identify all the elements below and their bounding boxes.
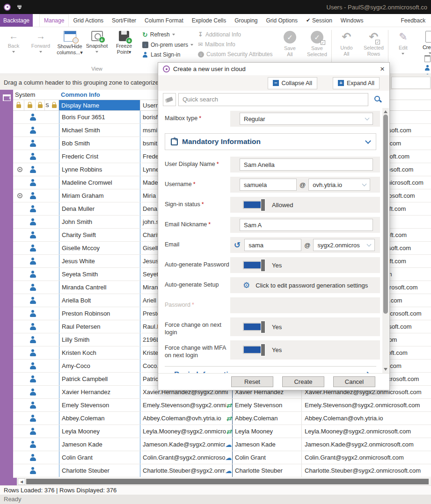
lock-column-header[interactable] bbox=[13, 100, 24, 110]
lock-column-header[interactable] bbox=[50, 100, 59, 110]
edit-button[interactable]: ✎Edit bbox=[389, 27, 416, 55]
toggle-switch[interactable] bbox=[243, 346, 263, 354]
dialog-scrollbar[interactable] bbox=[382, 108, 389, 373]
dialog-close-button[interactable]: × bbox=[380, 65, 385, 73]
display-name-cell: Jesus White bbox=[59, 255, 140, 267]
table-row[interactable]: Jameson KadeJameson.Kade@sygx2.onmicro☁J… bbox=[13, 438, 431, 451]
refresh-button[interactable]: ↻Refresh bbox=[142, 31, 193, 38]
tab-backstage[interactable]: Backstage bbox=[0, 14, 33, 27]
item-label: Mailbox Info bbox=[205, 41, 235, 48]
mandatory-information-section[interactable]: Mandatory Information bbox=[165, 133, 376, 150]
tab-explode-cells[interactable]: Explode Cells bbox=[188, 14, 230, 27]
create-button[interactable]: Create bbox=[282, 376, 324, 387]
person-icon bbox=[29, 454, 37, 461]
expand-all-button[interactable]: + Expand All bbox=[333, 77, 380, 89]
snapshot-button[interactable]: +Snapshot bbox=[83, 27, 110, 53]
selected-rows-button[interactable]: ↶✓SelectedRows bbox=[360, 27, 387, 57]
tab-grid-options[interactable]: Grid Options bbox=[262, 14, 302, 27]
save-selected-button[interactable]: ✓✓SaveSelected bbox=[303, 27, 330, 57]
scroll-left-arrow[interactable]: ◀ bbox=[18, 478, 25, 485]
display-name-cell: Preston Robinson bbox=[59, 307, 140, 320]
group-header-system[interactable]: System bbox=[13, 90, 59, 100]
table-row[interactable]: Emely StevensonEmely.Stevenson@sygx2.onm… bbox=[13, 399, 431, 412]
field-control: Sam A bbox=[230, 217, 380, 233]
snapshot-camera-icon: + bbox=[91, 31, 103, 41]
column-header-display-name[interactable]: Display Name bbox=[59, 100, 140, 110]
create-button[interactable]: +Create bbox=[416, 27, 431, 54]
text-input[interactable]: Sam A bbox=[240, 219, 373, 231]
local-part-input[interactable]: sama bbox=[244, 239, 301, 251]
toggle-switch[interactable] bbox=[243, 201, 263, 209]
toggle-switch[interactable] bbox=[243, 323, 263, 331]
field-row-force-change-with-mfa-on-next-login: Force change with MFA on next loginYes bbox=[165, 340, 383, 359]
undo-icon[interactable]: ↺ bbox=[234, 240, 241, 250]
user-type-cell bbox=[26, 268, 39, 281]
mailbox-type-select[interactable]: Regular bbox=[240, 113, 373, 125]
cancel-button[interactable]: Cancel bbox=[333, 376, 375, 387]
person-icon bbox=[29, 153, 37, 160]
person-icon bbox=[29, 467, 37, 474]
sync-icon: ⇄ bbox=[226, 428, 232, 435]
s-column-header[interactable]: S bbox=[45, 100, 50, 110]
grid-search-box[interactable] bbox=[391, 77, 431, 89]
additional-info-button[interactable]: ↧Additional Info bbox=[198, 31, 272, 38]
on-prem-users-button[interactable]: ↓On-prem users bbox=[142, 42, 193, 48]
tab-feedback[interactable]: Feedback bbox=[397, 14, 430, 27]
person-icon bbox=[29, 179, 37, 186]
back-button[interactable]: ← Back bbox=[0, 27, 27, 53]
quick-search-input[interactable] bbox=[178, 93, 368, 106]
dialog-logo-icon bbox=[163, 65, 170, 72]
toggle-switch[interactable] bbox=[243, 261, 263, 269]
lock-cells bbox=[39, 202, 59, 215]
search-button[interactable] bbox=[371, 93, 385, 106]
delete-user-icon[interactable] bbox=[424, 55, 431, 62]
username-cell: Emely.Stevenson@sygx2.onmic⇄ bbox=[140, 399, 233, 411]
gear-action-label[interactable]: Click to edit password generation settin… bbox=[256, 282, 368, 289]
tab-session[interactable]: ✔Session bbox=[302, 14, 336, 27]
show-hide-button[interactable]: Show/Hidecolumns...▾ bbox=[56, 27, 83, 55]
tab-windows[interactable]: Windows bbox=[336, 14, 368, 27]
freeze-button[interactable]: +FreezePoint▾ bbox=[110, 27, 138, 55]
domain-select[interactable]: sygx2.onmicros bbox=[313, 239, 375, 251]
collapse-icon: − bbox=[273, 80, 279, 86]
tab-sort-filter[interactable]: Sort/Filter bbox=[108, 14, 140, 27]
tab-grouping[interactable]: Grouping bbox=[230, 14, 262, 27]
scroll-down-arrow[interactable] bbox=[384, 368, 387, 371]
basic-information-section[interactable]: Basic Information bbox=[165, 366, 376, 374]
mailbox-info-button[interactable]: ✉Mailbox Info bbox=[198, 41, 272, 48]
scroll-up-arrow[interactable] bbox=[384, 110, 387, 113]
scrollbar-thumb[interactable] bbox=[26, 479, 429, 484]
forward-button[interactable]: → Forward bbox=[27, 27, 54, 53]
last-sign-in-button[interactable]: Last Sign-in bbox=[142, 51, 193, 58]
domain-select[interactable]: ovh.ytria.io bbox=[308, 179, 370, 191]
horizontal-scrollbar[interactable]: ◀ bbox=[0, 478, 431, 485]
add-user-icon[interactable] bbox=[424, 65, 431, 71]
local-part-input[interactable]: samuela bbox=[240, 179, 297, 191]
plus-badge-icon: + bbox=[126, 37, 132, 44]
lock-column-header[interactable] bbox=[36, 100, 45, 110]
collapse-all-button[interactable]: − Collapse All bbox=[268, 77, 317, 89]
tab-grid-actions[interactable]: Grid Actions bbox=[69, 14, 108, 27]
table-row[interactable]: Abbey.ColemanAbbey.Coleman@ovh.ytria.io⇄… bbox=[13, 412, 431, 425]
tab-column-format[interactable]: Column Format bbox=[140, 14, 188, 27]
undo-all-button[interactable]: ↶UndoAll bbox=[333, 27, 360, 57]
display-name-cell: Miranda Cantrell bbox=[59, 281, 140, 294]
table-row[interactable]: Charlotte SteuberCharlotte.Steuber@sygx2… bbox=[13, 464, 431, 477]
dialog-scrollbar-thumb[interactable] bbox=[383, 115, 388, 314]
text-input[interactable]: Sam Anella bbox=[240, 158, 373, 171]
security-attribute-icon: ↓ bbox=[198, 51, 204, 58]
lock-column-header[interactable] bbox=[24, 100, 36, 110]
quick-access-menu-icon[interactable] bbox=[17, 5, 22, 9]
checkbox-badge-icon: ✓ bbox=[321, 40, 325, 45]
compass-badge-icon bbox=[73, 37, 79, 43]
table-row[interactable]: Leyla MooneyLeyla.Mooney@sygx2.onmicros⇄… bbox=[13, 425, 431, 438]
tab-manage[interactable]: Manage bbox=[39, 14, 69, 27]
save-all-button[interactable]: ✓SaveAll bbox=[276, 27, 303, 57]
grid-side-strip[interactable]: › bbox=[0, 90, 13, 485]
custom-security-attributes-button[interactable]: ↓Custom Security Attributes bbox=[198, 51, 272, 58]
reset-button[interactable]: Reset bbox=[231, 376, 273, 387]
clear-search-button[interactable] bbox=[163, 93, 176, 106]
table-row[interactable]: Colin GrantColin.Grant@sygx2.onmicrosof☁… bbox=[13, 451, 431, 464]
gear-icon[interactable]: ⚙ bbox=[243, 281, 250, 290]
field-label: Force change with MFA on next login bbox=[165, 340, 230, 359]
